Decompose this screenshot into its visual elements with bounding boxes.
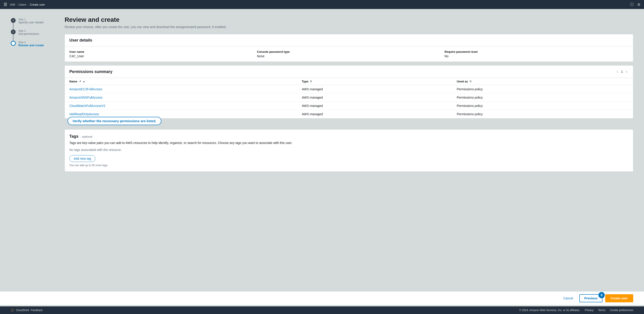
cell-used-as-3: Permissions policy	[452, 110, 633, 118]
feedback-link[interactable]: Feedback	[31, 308, 43, 312]
footer-left: ⬛ CloudShell Feedback	[11, 308, 43, 312]
username-label: User name	[69, 50, 253, 54]
tags-title: Tags	[69, 134, 78, 139]
permissions-table: Name ↗ ▲ Type ▽	[65, 78, 633, 118]
step-1: Step 1 Specify user details	[11, 18, 56, 24]
cell-name-2: CloudWatchFullAccessV2	[65, 102, 297, 110]
policy-link-3[interactable]: IAMReadOnlyAccess	[69, 112, 99, 116]
top-nav: ☰ IAM › Users › Create user ⓘ ⚙	[0, 0, 644, 9]
permissions-title: Permissions summary	[69, 69, 112, 74]
cell-used-as-1: Permissions policy	[452, 93, 633, 102]
permissions-header: Permissions summary ‹ 1 ›	[65, 66, 633, 78]
cell-type-0: AWS managed	[297, 85, 452, 93]
cloudshell-link[interactable]: CloudShell	[16, 308, 29, 312]
step-1-text: Step 1 Specify user details	[18, 18, 56, 24]
page-title: Review and create	[64, 16, 633, 23]
cell-type-3: AWS managed	[297, 110, 452, 118]
cell-type-1: AWS managed	[297, 93, 452, 102]
console-password-label: Console password type	[257, 50, 441, 54]
cell-used-as-0: Permissions policy	[452, 85, 633, 93]
breadcrumb-users[interactable]: Users	[18, 3, 26, 6]
breadcrumb: IAM › Users › Create user	[10, 3, 45, 6]
step-3-text: Step 3 Review and create	[18, 41, 56, 47]
cell-name-0: AmazonEC2FullAccess	[65, 85, 297, 93]
user-details-title: User details	[69, 38, 92, 43]
type-sort-icon: ▽	[310, 80, 312, 83]
step-3-label: Review and create	[18, 44, 56, 47]
user-details-panel: User details User name C4C_User Console …	[64, 34, 633, 62]
next-page-button[interactable]: ›	[625, 69, 628, 74]
cell-name-1: AmazonSNSFullAccess	[65, 93, 297, 102]
tags-panel: Tags - optional Tags are key-value pairs…	[64, 129, 633, 172]
username-value: C4C_User	[69, 54, 253, 58]
table-row: AmazonSNSFullAccess AWS managed Permissi…	[65, 93, 633, 102]
bottom-action-bar: Cancel Previous 8 Create user	[0, 291, 644, 305]
name-sort-icon: ▲	[83, 80, 85, 83]
step-2-text: Step 2 Set permissions	[18, 30, 56, 36]
footer-right: © 2024, Amazon Web Services, Inc. or its…	[519, 308, 633, 312]
cookie-preferences-link[interactable]: Cookie preferences	[610, 308, 633, 312]
breadcrumb-sep-2: ›	[28, 3, 28, 6]
table-row: CloudWatchFullAccessV2 AWS managed Permi…	[65, 102, 633, 110]
col-used-as[interactable]: Used as ▽	[452, 78, 633, 85]
stepper: Step 1 Specify user details Step 2 Set p…	[11, 16, 56, 314]
cancel-button[interactable]: Cancel	[560, 295, 577, 302]
page-content: Review and create Review your choices. A…	[64, 16, 633, 314]
privacy-link[interactable]: Privacy	[585, 308, 594, 312]
hamburger-icon[interactable]: ☰	[4, 2, 7, 7]
main-area: Step 1 Specify user details Step 2 Set p…	[0, 9, 644, 314]
tags-hint: You can add up to 50 more tags.	[69, 164, 628, 167]
tags-title-row: Tags - optional	[69, 134, 628, 139]
breadcrumb-iam[interactable]: IAM	[10, 3, 15, 6]
external-link-icon: ↗	[79, 80, 81, 83]
step-1-number: Step 1	[18, 18, 56, 21]
svg-point-0	[12, 19, 14, 22]
step-3: Step 3 Review and create	[11, 41, 56, 47]
col-type[interactable]: Type ▽	[297, 78, 452, 85]
password-reset-label: Require password reset	[444, 50, 628, 54]
cell-type-2: AWS managed	[297, 102, 452, 110]
footer: ⬛ CloudShell Feedback © 2024, Amazon Web…	[0, 306, 644, 314]
step-2-number: Step 2	[18, 30, 56, 32]
policy-link-0[interactable]: AmazonEC2FullAccess	[69, 87, 102, 91]
console-password-value: None	[257, 54, 441, 58]
tags-description: Tags are key-value pairs you can add to …	[69, 141, 628, 145]
prev-page-button[interactable]: ‹	[616, 69, 619, 74]
top-nav-right: ⓘ ⚙	[630, 2, 640, 7]
terminal-icon: ⬛	[11, 308, 14, 312]
terms-link[interactable]: Terms	[598, 308, 606, 312]
user-details-header: User details	[65, 34, 633, 47]
policy-link-2[interactable]: CloudWatchFullAccessV2	[69, 104, 106, 108]
settings-icon[interactable]: ⚙	[637, 3, 640, 7]
table-row: AmazonEC2FullAccess AWS managed Permissi…	[65, 85, 633, 93]
breadcrumb-sep-1: ›	[16, 3, 17, 6]
copyright: © 2024, Amazon Web Services, Inc. or its…	[519, 308, 580, 312]
permissions-callout: Verify whether the necessary permissions…	[68, 117, 161, 125]
info-icon[interactable]: ⓘ	[630, 2, 634, 7]
step-3-number: Step 3	[18, 41, 56, 44]
password-reset-value: No	[444, 54, 628, 58]
breadcrumb-current: Create user	[30, 3, 45, 6]
col-name[interactable]: Name ↗ ▲	[65, 78, 297, 85]
step-1-circle	[11, 18, 16, 23]
content-wrapper: Step 1 Specify user details Step 2 Set p…	[0, 9, 644, 314]
field-console-password: Console password type None	[257, 50, 441, 58]
policy-link-1[interactable]: AmazonSNSFullAccess	[69, 96, 102, 99]
field-password-reset: Require password reset No	[444, 50, 628, 58]
cell-used-as-2: Permissions policy	[452, 102, 633, 110]
top-nav-left: ☰ IAM › Users › Create user	[4, 2, 45, 7]
tags-optional: - optional	[80, 135, 92, 138]
create-user-button[interactable]: Create user	[605, 294, 633, 302]
table-header-row: Name ↗ ▲ Type ▽	[65, 78, 633, 85]
used-as-sort-icon: ▽	[470, 80, 472, 83]
add-tag-button[interactable]: Add new tag	[69, 155, 95, 162]
step-1-label: Specify user details	[18, 21, 56, 24]
page-subtitle: Review your choices. After you create th…	[64, 25, 633, 29]
step-2: Step 2 Set permissions	[11, 30, 56, 36]
step-2-circle	[11, 30, 16, 34]
step-3-circle	[11, 41, 16, 46]
user-details-grid: User name C4C_User Console password type…	[65, 47, 633, 62]
previous-button[interactable]: Previous 8	[580, 294, 602, 302]
tags-empty: No tags associated with the resource.	[69, 148, 628, 152]
pagination-controls: ‹ 1 ›	[616, 69, 628, 74]
